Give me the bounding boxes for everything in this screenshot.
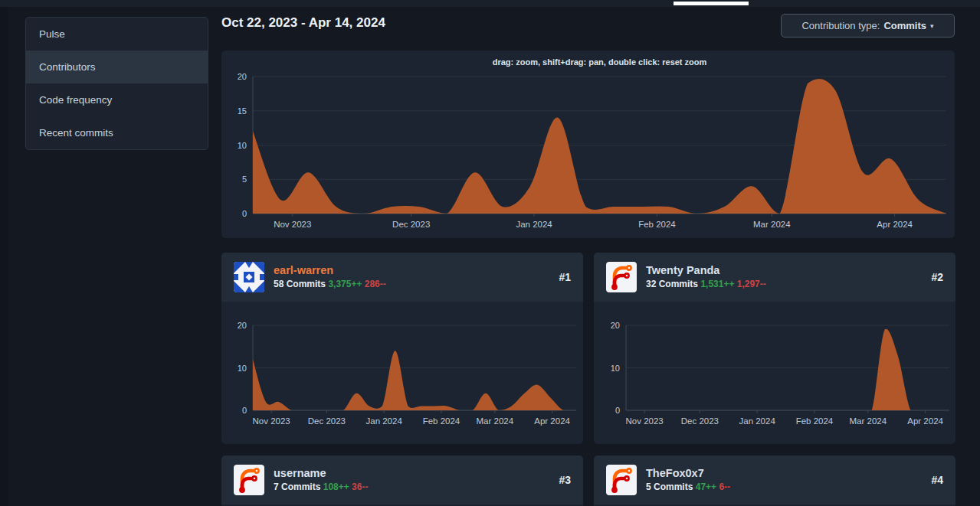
top-navbar [0,0,980,7]
svg-text:10: 10 [238,364,247,373]
svg-text:20: 20 [611,321,620,330]
svg-text:Nov 2023: Nov 2023 [626,416,664,426]
additions-count: 3,375++ [328,279,362,289]
deletions-count: 286-- [365,279,386,289]
svg-text:0: 0 [242,406,247,415]
contributor-name: Twenty Panda [646,263,922,278]
svg-text:Nov 2023: Nov 2023 [274,220,311,229]
contributor-info: username 7 Commits 108++ 36-- [274,466,549,494]
date-range-title: Oct 22, 2023 - Apr 14, 2024 [221,15,385,31]
contributor-card-4: TheFox0x7 5 Commits 47++ 6-- #4 [594,455,955,506]
svg-text:20: 20 [238,72,247,81]
contributor-info: Twenty Panda 32 Commits 1,531++ 1,297-- [646,263,922,291]
svg-text:15: 15 [238,106,247,116]
contributor-area-chart[interactable]: 01020Nov 2023Dec 2023Jan 2024Feb 2024Mar… [221,302,583,444]
svg-text:Dec 2023: Dec 2023 [392,220,430,229]
contributor-card-2: Twenty Panda 32 Commits 1,531++ 1,297-- … [594,253,955,444]
contributor-name: TheFox0x7 [646,466,922,481]
svg-text:Jan 2024: Jan 2024 [739,416,775,426]
svg-text:Mar 2024: Mar 2024 [477,416,514,426]
identicon-avatar[interactable] [234,262,264,292]
commit-count: 5 Commits [646,482,693,492]
commit-count: 7 Commits [274,482,320,492]
contributor-info: TheFox0x7 5 Commits 47++ 6-- [646,466,922,494]
contributor-stats: 5 Commits 47++ 6-- [646,481,922,494]
svg-text:Apr 2024: Apr 2024 [877,220,913,229]
sidebar-item-contributors[interactable]: Contributors [26,51,208,83]
svg-text:Feb 2024: Feb 2024 [638,220,676,229]
svg-text:10: 10 [238,141,247,150]
active-tab-underline [674,2,749,5]
contributor-name[interactable]: earl-warren [274,263,549,278]
deletions-count: 36-- [352,482,368,492]
svg-text:Nov 2023: Nov 2023 [253,416,290,426]
contributor-name: username [274,466,549,481]
rank-badge: #1 [559,271,571,283]
sidebar-item-pulse[interactable]: Pulse [26,18,208,51]
svg-text:10: 10 [611,364,620,373]
contributor-stats: 32 Commits 1,531++ 1,297-- [646,278,922,291]
svg-text:Feb 2024: Feb 2024 [796,416,834,426]
svg-text:Apr 2024: Apr 2024 [907,416,943,426]
deletions-count: 6-- [719,482,730,492]
left-gutter [0,7,8,506]
contribution-type-label: Contribution type: [801,20,880,31]
contributor-card-3: username 7 Commits 108++ 36-- #3 [221,455,583,506]
contribution-type-value: Commits [883,20,926,31]
contributor-card-1: earl-warren 58 Commits 3,375++ 286-- #1 … [221,253,583,444]
contribution-type-dropdown[interactable]: Contribution type: Commits ▾ [781,14,955,38]
additions-count: 47++ [696,482,716,492]
commit-count: 58 Commits [274,279,326,289]
svg-text:5: 5 [242,175,247,184]
contributor-stats: 7 Commits 108++ 36-- [274,481,549,494]
forgejo-logo-avatar [606,465,637,495]
main-contributions-chart-card: drag: zoom, shift+drag: pan, double clic… [221,51,955,238]
svg-text:20: 20 [238,321,247,330]
rank-badge: #4 [931,474,943,486]
contributor-card-header: Twenty Panda 32 Commits 1,531++ 1,297-- … [594,253,955,302]
caret-down-icon: ▾ [930,22,934,30]
contributions-area-chart[interactable]: 05101520Nov 2023Dec 2023Jan 2024Feb 2024… [221,51,955,238]
contributor-card-header: TheFox0x7 5 Commits 47++ 6-- #4 [594,455,955,504]
svg-text:Mar 2024: Mar 2024 [850,416,887,426]
sidebar-item-code-frequency[interactable]: Code frequency [26,83,208,116]
svg-text:Jan 2024: Jan 2024 [516,220,552,229]
svg-text:Mar 2024: Mar 2024 [753,220,791,229]
svg-text:Feb 2024: Feb 2024 [423,416,461,426]
forgejo-logo-avatar [234,465,264,495]
forgejo-logo-avatar [606,262,637,292]
deletions-count: 1,297-- [737,279,766,289]
svg-text:Jan 2024: Jan 2024 [365,416,402,426]
svg-text:Dec 2023: Dec 2023 [308,416,346,426]
svg-text:Apr 2024: Apr 2024 [534,416,570,426]
contributor-card-header: earl-warren 58 Commits 3,375++ 286-- #1 [221,253,583,302]
contributor-area-chart[interactable]: 01020Nov 2023Dec 2023Jan 2024Feb 2024Mar… [594,302,955,444]
activity-sidebar: Pulse Contributors Code frequency Recent… [25,17,208,150]
additions-count: 1,531++ [700,279,734,289]
commit-count: 32 Commits [646,279,698,289]
svg-text:Dec 2023: Dec 2023 [681,416,719,426]
rank-badge: #2 [931,271,943,283]
rank-badge: #3 [559,474,571,486]
svg-text:0: 0 [242,209,247,218]
svg-text:0: 0 [615,406,620,415]
additions-count: 108++ [323,482,349,492]
contributor-stats: 58 Commits 3,375++ 286-- [274,278,549,291]
sidebar-item-recent-commits[interactable]: Recent commits [26,116,208,149]
contributor-info: earl-warren 58 Commits 3,375++ 286-- [274,263,549,291]
contributor-card-header: username 7 Commits 108++ 36-- #3 [221,455,583,504]
